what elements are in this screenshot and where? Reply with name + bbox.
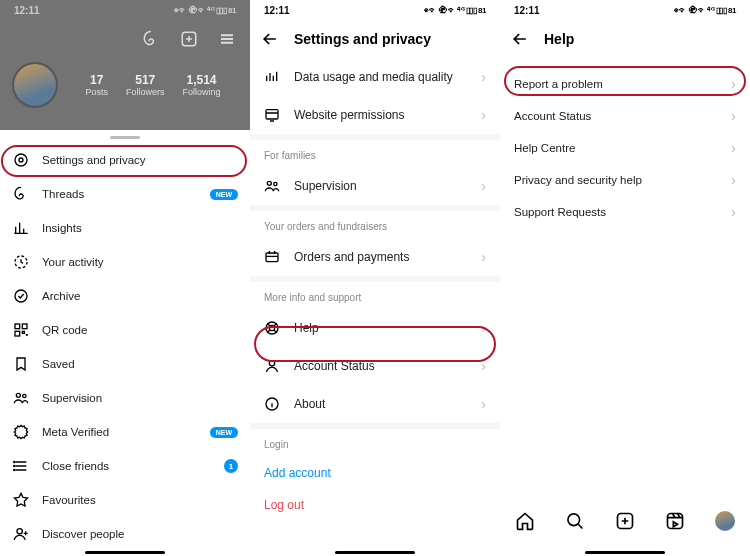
svg-point-16 xyxy=(274,182,277,185)
row-label: About xyxy=(294,397,467,411)
avatar[interactable] xyxy=(12,62,58,108)
row-webperm[interactable]: Website permissions› xyxy=(250,96,500,134)
row-supervision[interactable]: Supervision› xyxy=(250,167,500,205)
menu-closefriends[interactable]: Close friends1 xyxy=(0,449,250,483)
row-label: Data usage and media quality xyxy=(294,70,467,84)
row-privacyhelp[interactable]: Privacy and security help› xyxy=(500,164,750,196)
menu-label: Your activity xyxy=(42,256,238,268)
menu-verified[interactable]: Meta VerifiedNEW xyxy=(0,415,250,449)
profile-header xyxy=(0,20,250,58)
verified-icon xyxy=(12,423,30,441)
row-about[interactable]: About› xyxy=(250,385,500,423)
section-families: For families xyxy=(250,140,500,167)
add-account-link[interactable]: Add account xyxy=(250,456,500,490)
back-icon[interactable] xyxy=(510,29,530,49)
menu-insights[interactable]: Insights xyxy=(0,211,250,245)
menu-threads[interactable]: ThreadsNEW xyxy=(0,177,250,211)
nav-header: Help xyxy=(500,20,750,58)
chevron-right-icon: › xyxy=(731,76,736,92)
insights-icon xyxy=(12,219,30,237)
row-orders[interactable]: Orders and payments› xyxy=(250,238,500,276)
row-label: Privacy and security help xyxy=(514,174,731,186)
create-icon[interactable] xyxy=(614,510,636,532)
stat-posts[interactable]: 17Posts xyxy=(85,73,108,97)
row-accstatus[interactable]: Account Status› xyxy=(250,347,500,385)
menu-archive[interactable]: Archive xyxy=(0,279,250,313)
nav-header: Settings and privacy xyxy=(250,20,500,58)
row-supportreq[interactable]: Support Requests› xyxy=(500,196,750,228)
count-badge: 1 xyxy=(224,459,238,473)
status-time: 12:11 xyxy=(514,5,540,16)
home-bar xyxy=(585,551,665,554)
orders-icon xyxy=(264,249,280,265)
bottom-nav xyxy=(500,500,750,542)
phone-2-settings-privacy: 12:11 ◎ ᯤ ✆ ᯤ ⁴ᴳ ▯▯▯ 81 Settings and pri… xyxy=(250,0,500,556)
dim-overlay: 12:11 ◎ ᯤ ✆ ᯤ ⁴ᴳ ▯▯▯ 81 17Posts 517Follo… xyxy=(0,0,250,130)
back-icon[interactable] xyxy=(260,29,280,49)
svg-point-13 xyxy=(17,529,22,534)
row-help[interactable]: Help› xyxy=(250,309,500,347)
profile-icon[interactable] xyxy=(714,510,736,532)
row-accstatus[interactable]: Account Status› xyxy=(500,100,750,132)
menu-label: Discover people xyxy=(42,528,238,540)
search-icon[interactable] xyxy=(564,510,586,532)
home-icon[interactable] xyxy=(514,510,536,532)
status-icons: ◎ ᯤ ✆ ᯤ ⁴ᴳ ▯▯▯ 81 xyxy=(424,6,486,15)
row-label: Help xyxy=(294,321,467,335)
row-report[interactable]: Report a problem› xyxy=(500,68,750,100)
threads-icon[interactable] xyxy=(140,28,162,50)
menu-supervision[interactable]: Supervision xyxy=(0,381,250,415)
discover-icon xyxy=(12,525,30,543)
menu-discover[interactable]: Discover people xyxy=(0,517,250,551)
menu-label: Archive xyxy=(42,290,238,302)
menu-label: Settings and privacy xyxy=(42,154,238,166)
row-label: Supervision xyxy=(294,179,467,193)
row-datausage[interactable]: Data usage and media quality› xyxy=(250,58,500,96)
create-icon[interactable] xyxy=(178,28,200,50)
new-badge: NEW xyxy=(210,427,238,438)
bottom-sheet: Settings and privacyThreadsNEWInsightsYo… xyxy=(0,130,250,556)
status-icons: ◎ ᯤ ✆ ᯤ ⁴ᴳ ▯▯▯ 81 xyxy=(674,6,736,15)
webperm-icon xyxy=(264,107,280,123)
menu-label: QR code xyxy=(42,324,238,336)
svg-point-1 xyxy=(19,158,23,162)
menu-label: Insights xyxy=(42,222,238,234)
status-time: 12:11 xyxy=(264,5,290,16)
svg-point-22 xyxy=(568,514,580,526)
row-label: Support Requests xyxy=(514,206,731,218)
supervision-icon xyxy=(264,178,280,194)
chevron-right-icon: › xyxy=(481,178,486,194)
chevron-right-icon: › xyxy=(731,204,736,220)
svg-rect-5 xyxy=(15,324,20,329)
accstatus-icon xyxy=(264,358,280,374)
menu-favourites[interactable]: Favourites xyxy=(0,483,250,517)
status-icons: ◎ ᯤ ✆ ᯤ ⁴ᴳ ▯▯▯ 81 xyxy=(174,6,236,15)
chevron-right-icon: › xyxy=(481,69,486,85)
qr-icon xyxy=(12,321,30,339)
menu-label: Meta Verified xyxy=(42,426,198,438)
stat-followers[interactable]: 517Followers xyxy=(126,73,165,97)
menu-label: Close friends xyxy=(42,460,212,472)
logout-link[interactable]: Log out xyxy=(250,490,500,520)
menu-qr[interactable]: QR code xyxy=(0,313,250,347)
row-label: Account Status xyxy=(514,110,731,122)
home-bar xyxy=(85,551,165,554)
svg-point-2 xyxy=(15,154,27,166)
stat-following[interactable]: 1,514Following xyxy=(183,73,221,97)
row-label: Website permissions xyxy=(294,108,467,122)
svg-point-15 xyxy=(267,181,271,185)
section-info: More info and support xyxy=(250,282,500,309)
menu-settings[interactable]: Settings and privacy xyxy=(0,143,250,177)
reels-icon[interactable] xyxy=(664,510,686,532)
status-bar: 12:11 ◎ ᯤ ✆ ᯤ ⁴ᴳ ▯▯▯ 81 xyxy=(250,0,500,20)
phone-1-profile-sheet: 12:11 ◎ ᯤ ✆ ᯤ ⁴ᴳ ▯▯▯ 81 17Posts 517Follo… xyxy=(0,0,250,556)
phone-3-help: 12:11 ◎ ᯤ ✆ ᯤ ⁴ᴳ ▯▯▯ 81 Help Report a pr… xyxy=(500,0,750,556)
svg-point-11 xyxy=(14,465,15,466)
svg-point-10 xyxy=(14,461,15,462)
menu-activity[interactable]: Your activity xyxy=(0,245,250,279)
menu-icon[interactable] xyxy=(216,28,238,50)
sheet-handle[interactable] xyxy=(110,136,140,139)
closefriends-icon xyxy=(12,457,30,475)
row-helpcentre[interactable]: Help Centre› xyxy=(500,132,750,164)
menu-saved[interactable]: Saved xyxy=(0,347,250,381)
